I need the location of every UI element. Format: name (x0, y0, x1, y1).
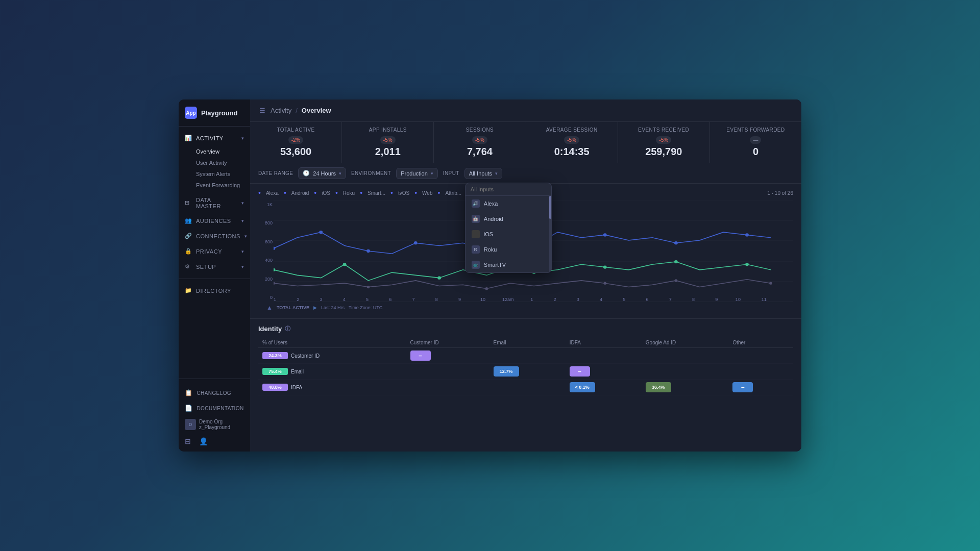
td-empty-6 (642, 364, 729, 380)
directory-icon: 📁 (185, 287, 192, 294)
legend-dot-tvos: • (390, 189, 393, 197)
breadcrumb-parent[interactable]: Activity (271, 107, 291, 114)
chart-dot (674, 241, 678, 244)
chart-dot (603, 233, 607, 236)
sidebar-org[interactable]: D Demo Org z_Playground (185, 416, 244, 433)
svg-text:10: 10 (480, 297, 485, 302)
filter-date-label: Date Range (258, 170, 293, 176)
android-label: Android (484, 216, 503, 222)
legend-dot-smart: • (360, 189, 362, 197)
breadcrumb-sep: / (296, 107, 298, 114)
sidebar-item-activity[interactable]: 📊 Activity ▾ (179, 131, 250, 146)
col-google-ad: Google Ad ID (642, 338, 729, 348)
legend-dot-alexa: • (258, 189, 261, 197)
sidebar-item-audiences[interactable]: 👥 Audiences ▾ (179, 213, 250, 229)
stat-badge-3: -5% (564, 136, 579, 144)
svg-text:7: 7 (669, 297, 672, 302)
sidebar-item-connections[interactable]: 🔗 Connections ▾ (179, 229, 250, 244)
dropdown-item-alexa[interactable]: 🔊 Alexa (465, 196, 551, 211)
menu-icon[interactable]: ☰ (259, 107, 265, 114)
chart-dot-dark (603, 282, 606, 285)
svg-text:1: 1 (530, 297, 533, 302)
roku-icon: R (472, 245, 480, 254)
sidebar-bottom: 📋 Changelog 📄 Documentation D Demo Org z… (179, 379, 250, 452)
td-dash-3: – (728, 380, 793, 395)
stat-label-0: Total Active (257, 127, 334, 133)
clock-icon: 🕐 (303, 170, 310, 177)
td-dash-1: – (406, 348, 489, 364)
ios-icon (472, 230, 480, 238)
dropdown-search-input[interactable] (471, 186, 546, 192)
date-range-select[interactable]: 🕐 24 Hours ▾ (298, 167, 346, 179)
app-title: Playground (201, 109, 238, 117)
svg-text:2: 2 (297, 297, 299, 302)
svg-text:5: 5 (366, 297, 369, 302)
chart-dot-green (674, 260, 678, 263)
table-row: 75.4% Email 12.7% – (258, 364, 793, 380)
dropdown-item-ios[interactable]: iOS (465, 227, 551, 242)
connections-icon: 🔗 (185, 233, 192, 240)
y-label-600: 600 (258, 239, 273, 244)
ios-label: iOS (484, 231, 493, 237)
svg-text:5: 5 (623, 297, 625, 302)
y-label-200: 200 (258, 277, 273, 282)
stat-label-3: Average Session (533, 127, 610, 133)
sidebar-sub-event-forwarding[interactable]: Event Forwarding (185, 180, 250, 191)
stat-badge-1: -5% (380, 136, 396, 144)
info-icon[interactable]: ⓘ (285, 325, 290, 333)
input-select[interactable]: All Inputs ▾ 🔊 Alexa (464, 168, 502, 179)
svg-text:8: 8 (692, 297, 695, 302)
dropdown-scrollbar[interactable] (549, 196, 551, 272)
alexa-icon: 🔊 (472, 199, 480, 208)
legend-dot-web: • (414, 189, 417, 197)
sidebar-sub-user-activity[interactable]: User Activity (185, 157, 250, 168)
sidebar-sub-overview[interactable]: Overview (185, 146, 250, 157)
td-empty-7 (728, 364, 793, 380)
header: ☰ Activity / Overview (250, 99, 801, 122)
sidebar-sub-system-alerts[interactable]: System Alerts (185, 168, 250, 180)
dropdown-item-android[interactable]: 🤖 Android (465, 211, 551, 227)
svg-text:3: 3 (320, 297, 322, 302)
environment-select[interactable]: Production ▾ (396, 168, 438, 179)
dropdown-item-roku[interactable]: R Roku (465, 242, 551, 257)
y-label-1k: 1K (258, 202, 273, 207)
stat-value-4: 259,790 (625, 146, 702, 158)
pct-customer-id: 24.3% Customer ID (258, 348, 406, 364)
input-dropdown: 🔊 Alexa 🤖 Android iOS R (465, 183, 552, 273)
chevron-icon-aud: ▾ (241, 218, 244, 223)
stat-events-forwarded: Events Forwarded — 0 (710, 122, 801, 163)
svg-text:10: 10 (736, 297, 741, 302)
sidebar-item-data-master[interactable]: ⊞ Data Master ▾ (179, 193, 250, 213)
legend-dot-android: • (284, 189, 286, 197)
td-empty-2 (566, 348, 642, 364)
chart-dot (366, 249, 370, 253)
chart-footer-tz: Time Zone: UTC (349, 305, 382, 310)
sidebar-documentation[interactable]: 📄 Documentation (185, 400, 244, 416)
metrics-icon[interactable]: ⊟ (185, 437, 191, 445)
stat-value-3: 0:14:35 (533, 146, 610, 158)
sidebar-item-setup[interactable]: ⚙ Setup ▾ (179, 259, 250, 274)
cell-dash-2: – (570, 366, 590, 377)
col-pct-users: % of Users (258, 338, 406, 348)
filters-bar: Date Range 🕐 24 Hours ▾ Environment Prod… (250, 163, 801, 184)
cell-val-email: 12.7% (494, 366, 519, 377)
y-label-0: 0 (258, 295, 273, 300)
user-icon[interactable]: 👤 (199, 437, 208, 445)
y-label-800: 800 (258, 220, 273, 226)
sidebar-logo[interactable]: App Playground (179, 99, 250, 127)
date-range-value: 24 Hours (313, 170, 336, 177)
y-axis: 0 200 400 600 800 1K (258, 200, 273, 302)
pct-bar-customer-id: 24.3% (262, 352, 288, 359)
chevron-icon-prv: ▾ (241, 249, 244, 254)
sidebar-item-privacy[interactable]: 🔒 Privacy ▾ (179, 244, 250, 259)
sidebar-item-directory[interactable]: 📁 Directory (179, 283, 250, 298)
chart-dot-dark (485, 287, 488, 290)
stat-value-0: 53,600 (257, 146, 334, 158)
chevron-icon-con: ▾ (244, 234, 248, 239)
dropdown-item-smarttv[interactable]: 📺 SmartTV (465, 257, 551, 272)
svg-text:9: 9 (458, 297, 461, 302)
setup-icon: ⚙ (185, 263, 192, 270)
sidebar-changelog[interactable]: 📋 Changelog (185, 385, 244, 400)
dropdown-items: 🔊 Alexa 🤖 Android iOS R (465, 196, 551, 272)
identity-section: Identity ⓘ % of Users Customer ID Email … (250, 318, 801, 402)
